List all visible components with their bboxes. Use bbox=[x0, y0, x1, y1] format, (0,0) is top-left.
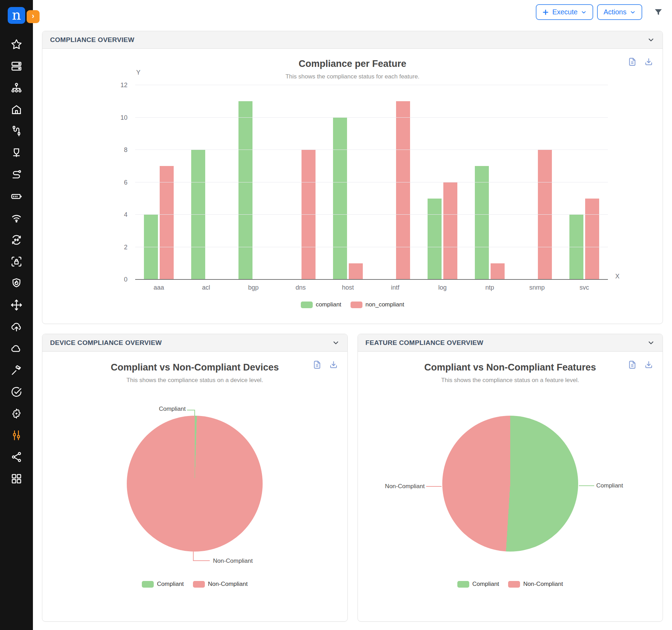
device-pie-subtitle: This shows the compliance status on a de… bbox=[42, 377, 347, 384]
download-icon[interactable] bbox=[329, 360, 338, 369]
gridline bbox=[135, 247, 608, 247]
collapse-chevron-icon[interactable] bbox=[647, 36, 655, 44]
building-icon[interactable] bbox=[11, 104, 22, 116]
cloud-upload-icon[interactable] bbox=[11, 321, 22, 333]
x-category-label: snmp bbox=[513, 284, 561, 291]
legend-swatch bbox=[193, 581, 205, 588]
legend-item[interactable]: Non-Compliant bbox=[193, 581, 248, 588]
shield-fire-icon[interactable] bbox=[11, 277, 22, 289]
servers-icon[interactable] bbox=[11, 60, 22, 72]
compliance-overview-header: COMPLIANCE OVERVIEW bbox=[42, 31, 663, 49]
bar-group bbox=[135, 85, 182, 279]
sidebar-expand-button[interactable]: › bbox=[27, 10, 40, 23]
feature-pie bbox=[442, 416, 578, 552]
main-content: COMPLIANCE OVERVIEW Compliance per Featu… bbox=[42, 31, 663, 622]
view-data-icon[interactable] bbox=[312, 360, 322, 369]
x-axis-label: X bbox=[615, 273, 619, 280]
actions-button[interactable]: Actions bbox=[597, 4, 642, 20]
view-data-icon[interactable] bbox=[628, 360, 637, 369]
legend-swatch bbox=[301, 302, 313, 308]
bar-group bbox=[230, 85, 277, 279]
app-logo[interactable]: n bbox=[8, 7, 25, 24]
y-tick-label: 4 bbox=[124, 211, 127, 219]
label-leader-line bbox=[579, 485, 594, 486]
toolbar: Execute Actions bbox=[536, 4, 663, 20]
bar-non_compliant-ntp bbox=[491, 263, 505, 279]
bar-compliant-host bbox=[333, 118, 347, 280]
share-nodes-icon[interactable] bbox=[11, 451, 22, 463]
legend-label: Compliant bbox=[157, 581, 184, 588]
shield-network-icon[interactable] bbox=[11, 147, 22, 159]
legend-item[interactable]: non_compliant bbox=[351, 301, 404, 308]
bar-compliant-bgp bbox=[238, 101, 252, 279]
bar-compliant-acl bbox=[191, 150, 205, 279]
device-pie-title: Compliant vs Non-Compliant Devices bbox=[42, 362, 347, 373]
bar-non_compliant-log bbox=[443, 182, 457, 280]
legend-item[interactable]: Compliant bbox=[142, 581, 184, 588]
x-axis-line bbox=[135, 279, 608, 280]
sliders-icon[interactable] bbox=[11, 429, 22, 441]
bar-chart-body: Compliance per Feature This shows the co… bbox=[42, 49, 663, 324]
gear-plus-icon[interactable] bbox=[11, 408, 22, 420]
label-leader-line bbox=[187, 410, 195, 410]
legend-swatch bbox=[142, 581, 154, 588]
wifi-icon[interactable] bbox=[11, 212, 22, 224]
x-category-label: log bbox=[419, 284, 466, 291]
legend-swatch bbox=[457, 581, 469, 588]
bar-non_compliant-aaa bbox=[160, 166, 174, 279]
sitemap-icon[interactable] bbox=[11, 82, 22, 94]
collapse-chevron-icon[interactable] bbox=[332, 339, 340, 347]
device-pie-stage: Compliant Non-Compliant bbox=[42, 396, 347, 579]
bar-non_compliant-host bbox=[349, 263, 363, 279]
label-leader-line bbox=[194, 410, 195, 416]
check-circle-icon[interactable] bbox=[11, 386, 22, 398]
x-category-label: acl bbox=[182, 284, 230, 291]
download-icon[interactable] bbox=[644, 57, 653, 67]
route-icon[interactable] bbox=[11, 169, 22, 181]
x-category-label: dns bbox=[277, 284, 324, 291]
legend-label: compliant bbox=[316, 301, 341, 308]
gridline bbox=[135, 182, 608, 182]
feature-compliance-header: FEATURE COMPLIANCE OVERVIEW bbox=[358, 334, 663, 352]
sync-swap-icon[interactable] bbox=[11, 234, 22, 246]
sidebar-nav bbox=[0, 39, 33, 485]
camera-lock-icon[interactable] bbox=[11, 256, 22, 268]
bar-group bbox=[419, 85, 466, 279]
legend-item[interactable]: Non-Compliant bbox=[508, 581, 563, 588]
legend-label: non_compliant bbox=[366, 301, 404, 308]
view-data-icon[interactable] bbox=[628, 57, 637, 67]
panel-title: FEATURE COMPLIANCE OVERVIEW bbox=[366, 339, 484, 347]
bar-group bbox=[561, 85, 608, 279]
y-tick-label: 6 bbox=[124, 179, 127, 186]
execute-button[interactable]: Execute bbox=[536, 4, 593, 20]
cloud-icon[interactable] bbox=[11, 342, 22, 354]
x-category-label: host bbox=[324, 284, 372, 291]
legend-label: Non-Compliant bbox=[208, 581, 248, 588]
funnel-icon[interactable] bbox=[654, 8, 663, 17]
star-icon[interactable] bbox=[11, 39, 22, 50]
hammer-icon[interactable] bbox=[11, 364, 22, 376]
grid-icon[interactable] bbox=[11, 473, 22, 485]
pie-slice-label: Compliant bbox=[159, 406, 186, 413]
legend-label: Compliant bbox=[472, 581, 499, 588]
device-compliance-panel: DEVICE COMPLIANCE OVERVIEW Compliant vs … bbox=[42, 334, 348, 622]
x-category-label: intf bbox=[372, 284, 419, 291]
legend-item[interactable]: Compliant bbox=[457, 581, 499, 588]
y-tick-label: 8 bbox=[124, 146, 127, 154]
x-category-label: bgp bbox=[230, 284, 277, 291]
chart-actions bbox=[628, 57, 653, 67]
bar-group bbox=[324, 85, 372, 279]
bar-compliant-svc bbox=[569, 215, 583, 279]
y-axis-label: Y bbox=[136, 69, 140, 76]
move-arrows-icon[interactable] bbox=[11, 299, 22, 311]
download-icon[interactable] bbox=[644, 360, 653, 369]
cables-icon[interactable] bbox=[11, 125, 22, 137]
bar-non_compliant-snmp bbox=[538, 150, 552, 279]
chart-actions bbox=[628, 360, 653, 369]
bar-group bbox=[277, 85, 324, 279]
collapse-chevron-icon[interactable] bbox=[647, 339, 655, 347]
legend-item[interactable]: compliant bbox=[301, 301, 341, 308]
bar-non_compliant-dns bbox=[302, 150, 316, 279]
battery-icon[interactable] bbox=[11, 191, 22, 202]
plus-icon bbox=[542, 9, 549, 16]
